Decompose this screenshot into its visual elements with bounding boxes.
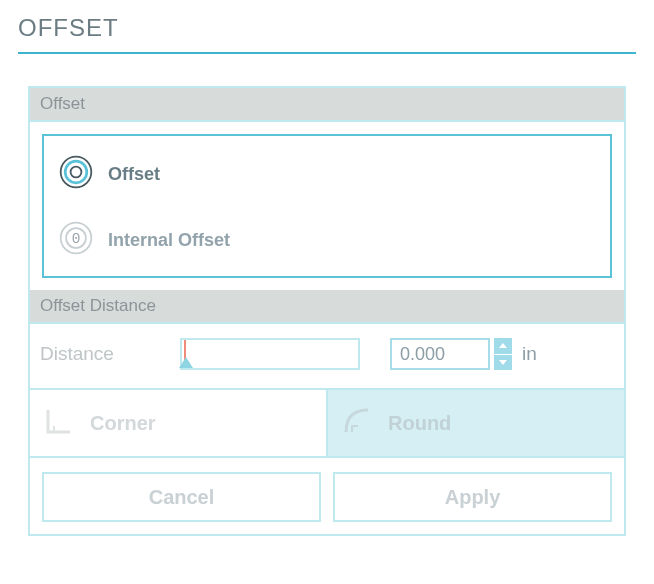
option-offset[interactable]: Offset xyxy=(58,154,596,194)
option-internal-offset[interactable]: 0 Internal Offset xyxy=(58,220,596,260)
distance-slider[interactable] xyxy=(180,338,360,370)
corner-row: Corner Round xyxy=(30,388,624,458)
corner-button-round[interactable]: Round xyxy=(326,390,624,456)
chevron-down-icon xyxy=(499,360,507,365)
apply-button[interactable]: Apply xyxy=(333,472,612,522)
corner-square-icon xyxy=(42,404,76,442)
internal-offset-icon: 0 xyxy=(58,220,94,260)
offset-section-body: Offset 0 Internal Offset xyxy=(30,122,624,290)
distance-stepper xyxy=(494,338,512,370)
offset-panel: Offset Offset 0 xyxy=(28,86,626,536)
svg-point-2 xyxy=(71,167,82,178)
actions-row: Cancel Apply xyxy=(30,458,624,534)
distance-value-input[interactable]: 0.000 xyxy=(390,338,490,370)
page-title: OFFSET xyxy=(18,14,636,54)
option-internal-offset-label: Internal Offset xyxy=(108,230,230,251)
distance-unit: in xyxy=(522,343,537,365)
stepper-down[interactable] xyxy=(494,355,512,371)
section-header-offset: Offset xyxy=(30,88,624,122)
corner-round-icon xyxy=(340,404,374,442)
corner-button-corner-label: Corner xyxy=(90,412,156,435)
offset-type-box: Offset 0 Internal Offset xyxy=(42,134,612,278)
chevron-up-icon xyxy=(499,343,507,348)
corner-button-round-label: Round xyxy=(388,412,451,435)
corner-button-corner[interactable]: Corner xyxy=(30,390,326,456)
option-offset-label: Offset xyxy=(108,164,160,185)
stepper-up[interactable] xyxy=(494,338,512,354)
distance-label: Distance xyxy=(40,343,180,365)
cancel-button[interactable]: Cancel xyxy=(42,472,321,522)
svg-point-1 xyxy=(65,161,87,183)
slider-handle[interactable] xyxy=(179,357,193,368)
distance-row: Distance 0.000 in xyxy=(30,324,624,388)
svg-text:0: 0 xyxy=(72,231,81,247)
offset-icon xyxy=(58,154,94,194)
section-header-distance: Offset Distance xyxy=(30,290,624,324)
